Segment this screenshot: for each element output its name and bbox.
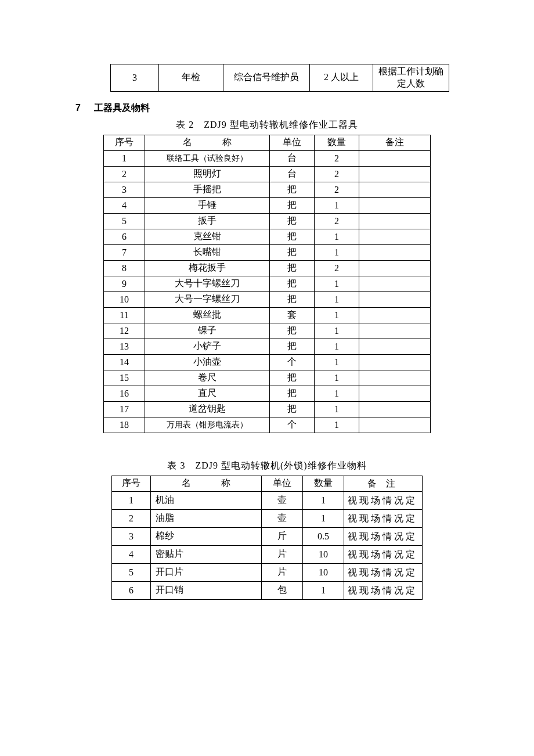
table-row: 6克丝钳把1 xyxy=(104,229,431,244)
col-name: 名 称 xyxy=(145,135,270,150)
cell-name: 直尺 xyxy=(145,386,270,401)
cell-unit: 片 xyxy=(262,545,303,563)
col-name: 名 称 xyxy=(151,476,262,491)
cell-unit: 把 xyxy=(270,291,315,307)
col-qty: 数量 xyxy=(303,476,344,491)
cell-num: 17 xyxy=(104,401,145,417)
cell-name: 小油壶 xyxy=(145,354,270,370)
cell-note xyxy=(359,307,431,323)
cell-qty: 1 xyxy=(315,291,359,307)
cell-num: 1 xyxy=(104,150,145,166)
cell-qty: 10 xyxy=(303,545,344,563)
section-number: 7 xyxy=(75,103,92,113)
cell-num: 4 xyxy=(112,545,151,563)
cell-type: 年检 xyxy=(159,64,223,92)
table3-caption: 表 3 ZDJ9 型电动转辙机(外锁)维修作业物料 xyxy=(75,460,459,472)
cell-num: 12 xyxy=(104,323,145,339)
table-row: 1联络工具（试验良好）台2 xyxy=(104,150,431,166)
col-num: 序号 xyxy=(112,476,151,491)
cell-name: 油脂 xyxy=(151,509,262,527)
cell-note xyxy=(359,339,431,354)
cell-num: 6 xyxy=(112,581,151,599)
col-qty: 数量 xyxy=(315,135,359,150)
cell-qty: 1 xyxy=(303,581,344,599)
cell-name: 螺丝批 xyxy=(145,307,270,323)
cell-unit: 把 xyxy=(270,197,315,213)
cell-name: 联络工具（试验良好） xyxy=(145,150,270,166)
cell-name: 棉纱 xyxy=(151,527,262,545)
table-row: 2油脂壶1视现场情况定 xyxy=(112,509,423,527)
table-row: 18万用表（钳形电流表）个1 xyxy=(104,417,431,433)
cell-unit: 台 xyxy=(270,166,315,182)
cell-qty: 2 xyxy=(315,166,359,182)
table-row: 3 年检 综合信号维护员 2 人以上 根据工作计划确定人数 xyxy=(111,64,449,92)
table-row: 9大号十字螺丝刀把1 xyxy=(104,276,431,291)
table-row: 5扳手把2 xyxy=(104,213,431,229)
cell-name: 卷尺 xyxy=(145,370,270,386)
table-row: 12锞子把1 xyxy=(104,323,431,339)
cell-role: 综合信号维护员 xyxy=(223,64,310,92)
cell-num: 14 xyxy=(104,354,145,370)
cell-num: 9 xyxy=(104,276,145,291)
table-header-row: 序号 名 称 单位 数量 备 注 xyxy=(112,476,423,491)
cell-unit: 把 xyxy=(270,370,315,386)
cell-num: 8 xyxy=(104,260,145,276)
col-unit: 单位 xyxy=(270,135,315,150)
cell-note xyxy=(359,166,431,182)
cell-qty: 1 xyxy=(315,386,359,401)
cell-qty: 1 xyxy=(315,417,359,433)
cell-unit: 把 xyxy=(270,182,315,197)
table-row: 16直尺把1 xyxy=(104,386,431,401)
cell-num: 3 xyxy=(112,527,151,545)
col-unit: 单位 xyxy=(262,476,303,491)
cell-unit: 把 xyxy=(270,323,315,339)
cell-unit: 把 xyxy=(270,401,315,417)
cell-num: 18 xyxy=(104,417,145,433)
col-note: 备注 xyxy=(359,135,431,150)
tools-table: 序号 名 称 单位 数量 备注 1联络工具（试验良好）台22照明灯台23手摇把把… xyxy=(103,135,431,433)
cell-qty: 10 xyxy=(303,563,344,581)
cell-qty: 1 xyxy=(315,229,359,244)
cell-name: 锞子 xyxy=(145,323,270,339)
cell-note: 视现场情况定 xyxy=(344,545,423,563)
cell-note xyxy=(359,276,431,291)
cell-qty: 2 xyxy=(315,213,359,229)
table-row: 11螺丝批套1 xyxy=(104,307,431,323)
cell-qty: 1 xyxy=(315,197,359,213)
cell-unit: 把 xyxy=(270,244,315,260)
cell-note xyxy=(359,244,431,260)
cell-unit: 把 xyxy=(270,213,315,229)
col-note: 备 注 xyxy=(344,476,423,491)
col-num: 序号 xyxy=(104,135,145,150)
cell-num: 3 xyxy=(111,64,159,92)
cell-unit: 把 xyxy=(270,386,315,401)
cell-name: 照明灯 xyxy=(145,166,270,182)
cell-num: 1 xyxy=(112,491,151,509)
cell-note xyxy=(359,323,431,339)
cell-note: 视现场情况定 xyxy=(344,491,423,509)
cell-unit: 台 xyxy=(270,150,315,166)
section-title: 工器具及物料 xyxy=(94,103,150,113)
cell-name: 机油 xyxy=(151,491,262,509)
cell-qty: 1 xyxy=(315,276,359,291)
cell-name: 小铲子 xyxy=(145,339,270,354)
cell-num: 2 xyxy=(112,509,151,527)
cell-note xyxy=(359,150,431,166)
cell-unit: 个 xyxy=(270,354,315,370)
cell-qty: 1 xyxy=(315,244,359,260)
cell-note xyxy=(359,401,431,417)
cell-qty: 1 xyxy=(303,491,344,509)
cell-num: 11 xyxy=(104,307,145,323)
cell-unit: 片 xyxy=(262,563,303,581)
cell-unit: 套 xyxy=(270,307,315,323)
cell-note xyxy=(359,213,431,229)
cell-qty: 2 xyxy=(315,150,359,166)
cell-num: 2 xyxy=(104,166,145,182)
cell-qty: 1 xyxy=(315,307,359,323)
cell-name: 开口片 xyxy=(151,563,262,581)
table-row: 4密贴片片10视现场情况定 xyxy=(112,545,423,563)
cell-qty: 1 xyxy=(315,354,359,370)
cell-name: 大号十字螺丝刀 xyxy=(145,276,270,291)
materials-table: 序号 名 称 单位 数量 备 注 1机油壶1视现场情况定2油脂壶1视现场情况定3… xyxy=(111,476,423,600)
cell-name: 克丝钳 xyxy=(145,229,270,244)
